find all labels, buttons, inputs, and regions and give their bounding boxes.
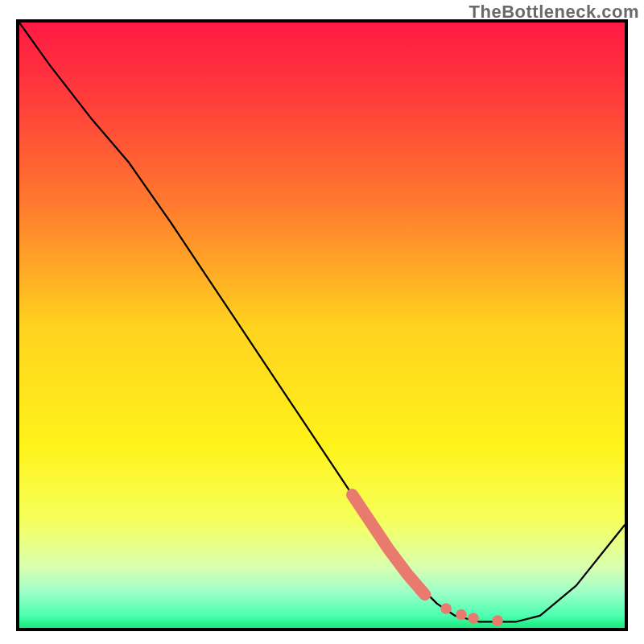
chart-svg — [19, 23, 625, 628]
chart-dot — [468, 613, 479, 624]
chart-dot — [492, 615, 503, 626]
chart-dot — [456, 609, 467, 621]
page-root: TheBottleneck.com — [0, 0, 644, 644]
chart-dot — [440, 603, 452, 614]
chart-background-gradient — [19, 23, 625, 628]
chart-frame — [16, 19, 628, 631]
